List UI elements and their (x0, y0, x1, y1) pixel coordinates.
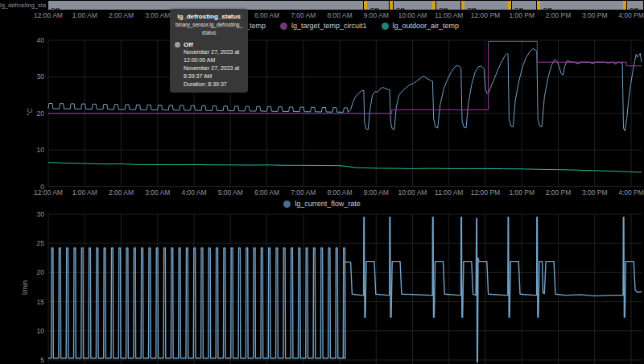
y-tick-label: 25 (27, 239, 44, 247)
tooltip-from-date: November 27, 2023 at (184, 48, 239, 56)
series-dot-icon (283, 201, 291, 208)
series-lg_outdoor_air_temp[interactable] (48, 163, 642, 172)
tooltip-to-date: November 27, 2023 at (184, 64, 239, 72)
tooltip-entity-id: binary_sensor.lg_defrosting_status (175, 21, 243, 37)
y-tick-label: 5 (27, 356, 44, 364)
legend-item-lg_target_temp_circuit1[interactable]: lg_target_temp_circuit1 (280, 22, 367, 30)
legend-item-lg_current_flow_rate[interactable]: lg_current_flow_rate (283, 200, 361, 208)
temp-y-axis-label: °C (26, 108, 34, 116)
state-tooltip: lg_defrosting_status binary_sensor.lg_de… (170, 9, 248, 93)
tooltip-state: Off (184, 41, 239, 48)
tooltip-to-time: 8:39:37 AM (184, 72, 239, 81)
y-tick-label: 20 (27, 268, 44, 276)
y-tick-label: 30 (27, 72, 44, 81)
series-dot-icon (382, 23, 389, 30)
y-tick-label: 30 (27, 210, 44, 218)
series-dot-icon (280, 23, 287, 30)
legend-label: lg_current_flow_rate (295, 200, 361, 208)
state-dot-icon (175, 42, 180, 48)
x-tick-label: 4:00 PM (607, 188, 644, 196)
legend-item-lg_outdoor_air_temp[interactable]: lg_outdoor_air_temp (382, 22, 460, 30)
legend-label: lg_outdoor_air_temp (393, 22, 460, 30)
flow-chart-legend: lg_current_flow_rate (0, 200, 644, 208)
tooltip-from-time: 12:00:00 AM (184, 56, 239, 64)
tooltip-title: lg_defrosting_status (175, 13, 243, 20)
y-tick-label: 10 (27, 146, 44, 154)
temp-chart-legend: lg_water_outlet_templg_target_temp_circu… (0, 22, 644, 30)
series-lg_target_temp_circuit1[interactable] (48, 41, 642, 113)
tooltip-duration: Duration: 8:39:37 (184, 81, 239, 89)
history-dashboard: lg_defrosting_status OffOffOffOffOffOffO… (0, 0, 644, 364)
y-tick-label: 40 (27, 36, 44, 44)
legend-label: lg_target_temp_circuit1 (291, 22, 367, 30)
y-tick-label: 15 (27, 298, 44, 306)
series-lg_current_flow_rate[interactable] (48, 217, 642, 362)
temp-chart-x-axis: 12:00 AM1:00 AM2:00 AM3:00 AM4:00 AM5:00… (0, 188, 644, 198)
flow-y-axis-label: l/min (21, 280, 29, 295)
charts-canvas[interactable] (0, 0, 644, 364)
series-lg_water_outlet_temp[interactable] (48, 48, 642, 130)
y-tick-label: 10 (27, 327, 44, 335)
